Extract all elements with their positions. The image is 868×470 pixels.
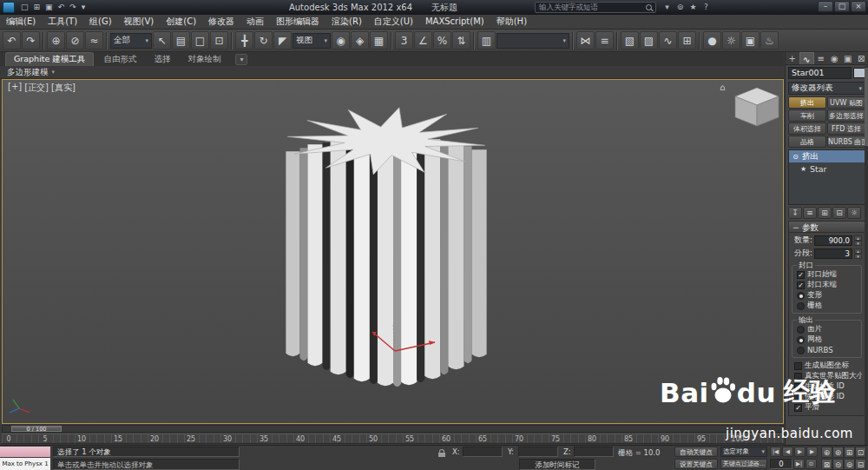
go-to-start-icon[interactable]: |◀ (770, 447, 781, 457)
rendered-frame-icon[interactable]: ▣ (741, 31, 760, 50)
pin-stack-icon[interactable]: ↧ (788, 207, 802, 219)
view-cube[interactable] (732, 85, 782, 130)
spin-down-icon[interactable]: ▾ (854, 254, 862, 259)
viewport[interactable]: [+] [正交] [真实] ⌂ (2, 79, 784, 424)
object-color-swatch[interactable] (853, 68, 865, 78)
key-filters-button[interactable]: 关键点过滤器... (720, 459, 767, 469)
modifier-button-nurbs-surf-select[interactable]: NURBS 曲面选择 (827, 136, 865, 148)
redo-icon[interactable]: ↷ (22, 31, 40, 50)
physx-toolbar-label[interactable]: Max to Physx 1 (0, 458, 50, 470)
spin-down-icon[interactable]: ▾ (854, 241, 862, 246)
redo-quick-icon[interactable]: ↷ (67, 1, 79, 14)
modifier-button-extrude[interactable]: 挤出 (788, 96, 826, 109)
undo-quick-icon[interactable]: ↶ (56, 1, 68, 14)
zoom-all-icon[interactable]: ⊛ (832, 447, 844, 458)
show-end-result-icon[interactable]: ≡ (803, 207, 817, 219)
maxscript-mini-listener[interactable] (0, 447, 50, 457)
hierarchy-tab[interactable]: ≡ (814, 52, 828, 64)
cap-end-checkbox[interactable]: ✓封口末端 (794, 280, 859, 290)
search-icon[interactable] (645, 3, 654, 12)
select-by-name-icon[interactable]: ▤ (172, 31, 190, 50)
viewport-menu-pov[interactable]: [正交] (24, 82, 49, 94)
orbit-icon[interactable]: ⊚ (844, 459, 855, 470)
modify-tab[interactable]: ∿ (799, 52, 815, 64)
set-key-button[interactable]: 设置关键点 (674, 459, 718, 469)
pan-icon[interactable]: ⊜ (832, 459, 844, 470)
menu-maxscript[interactable]: MAXScript(M) (419, 15, 490, 29)
infocenter-dropdown-icon[interactable]: ▾ (661, 2, 673, 13)
modifier-button-poly-select[interactable]: 多边形选择 (827, 109, 865, 122)
morph-radio[interactable]: 变形 (794, 290, 859, 301)
stack-item-extrude[interactable]: ⊙挤出 (789, 150, 865, 162)
project-folder-dropdown-icon[interactable]: ▾ (79, 1, 89, 14)
select-and-link-icon[interactable]: ⊕ (47, 31, 65, 50)
select-and-manipulate-icon[interactable]: ◈ (351, 31, 369, 50)
selection-filter-dropdown[interactable]: 全部▾ (110, 33, 152, 49)
render-setup-icon[interactable]: ☼ (722, 31, 740, 50)
current-frame-field[interactable]: 0 (770, 459, 792, 469)
menu-create[interactable]: 创建(C) (160, 15, 202, 29)
motion-tab[interactable]: ◉ (828, 52, 842, 64)
segments-field[interactable]: 3 (814, 248, 852, 259)
grid-radio[interactable]: 栅格 (794, 301, 859, 311)
transform-gizmo[interactable] (365, 321, 440, 358)
tab-freeform[interactable]: 自由形式 (95, 53, 144, 66)
infocenter-search[interactable]: 输入关键字或短语 (535, 2, 656, 13)
help-icon[interactable]: ? (700, 2, 712, 13)
mirror-icon[interactable]: ⋈ (576, 31, 595, 50)
previous-frame-icon[interactable]: ◀ (782, 447, 793, 457)
auto-key-button[interactable]: 自动关键点 (674, 447, 718, 457)
maximize-viewport-icon[interactable]: ⊟ (855, 459, 866, 470)
coord-z-field[interactable] (574, 447, 614, 457)
menu-graph-editors[interactable]: 图形编辑器 (270, 15, 326, 29)
select-and-scale-icon[interactable]: ◤ (273, 31, 292, 50)
menu-modifiers[interactable]: 修改器 (202, 15, 240, 29)
amount-field[interactable]: 900.0 (814, 235, 852, 246)
menu-edit[interactable]: 编辑(E) (0, 15, 42, 29)
display-tab[interactable]: ▣ (841, 52, 855, 64)
smooth-checkbox[interactable]: ✓平滑 (792, 402, 862, 413)
bind-to-space-warp-icon[interactable]: ≈ (85, 31, 103, 50)
tab-graphite-modeling[interactable]: Graphite 建模工具 (5, 52, 94, 66)
new-scene-icon[interactable]: □ (18, 1, 31, 14)
reference-coordinate-dropdown[interactable]: 视图▾ (293, 33, 331, 49)
spinner-snap-icon[interactable]: ⇅ (452, 31, 470, 50)
modifier-button-vol-select[interactable]: 体积选择 (788, 122, 826, 135)
go-to-end-icon[interactable]: ▶| (793, 459, 805, 469)
tab-object-paint[interactable]: 对象绘制 (180, 53, 228, 66)
menu-rendering[interactable]: 渲染(R) (326, 15, 368, 29)
material-editor-icon[interactable]: ● (703, 31, 721, 50)
selection-set-dropdown[interactable]: 选定对象 ▾ (720, 447, 767, 457)
application-button[interactable] (3, 2, 15, 13)
close-button[interactable]: × (851, 1, 866, 12)
ribbon-toggle-icon[interactable]: ▨ (640, 31, 658, 50)
unlink-selection-icon[interactable]: ⊘ (66, 31, 84, 50)
menu-views[interactable]: 视图(V) (118, 15, 161, 29)
generate-mapping-coords-checkbox[interactable]: 生成贴图坐标 (792, 361, 862, 371)
render-production-icon[interactable]: ♨ (760, 31, 779, 50)
time-slider[interactable]: 0 / 100 (2, 425, 784, 433)
next-frame-icon[interactable]: ▶ (806, 447, 818, 457)
add-time-tag[interactable]: 添加时间标记 (519, 459, 595, 470)
tab-selection[interactable]: 选择 (146, 53, 178, 66)
transform-lock-icon[interactable] (438, 449, 447, 458)
viewport-menu-shading[interactable]: [真实] (51, 82, 76, 94)
maximize-button[interactable]: □ (834, 1, 850, 12)
modifier-list-dropdown[interactable]: 修改器列表 ▾ (788, 82, 865, 95)
select-object-icon[interactable]: ↖ (153, 31, 171, 50)
menu-group[interactable]: 组(G) (83, 15, 118, 29)
angle-snap-icon[interactable]: ∠ (414, 31, 432, 50)
configure-modifier-sets-icon[interactable]: ☼ (847, 207, 861, 219)
curve-editor-icon[interactable]: ∿ (659, 31, 677, 50)
time-slider-grip[interactable]: 0 / 100 (11, 426, 62, 432)
edit-named-selections-icon[interactable]: ▥ (477, 31, 496, 50)
percent-snap-icon[interactable]: % (433, 31, 451, 50)
modifier-button-lathe[interactable]: 车削 (788, 109, 826, 122)
favorites-icon[interactable]: ★ (687, 2, 699, 13)
amount-spinner[interactable]: ▴ ▾ (854, 235, 862, 246)
mesh-radio[interactable]: 网格 (794, 334, 859, 345)
command-panel-scrollbar[interactable] (865, 66, 868, 445)
modifier-button-ffd-select[interactable]: FFD 选择 (827, 122, 865, 135)
save-file-icon[interactable]: ▣ (43, 1, 56, 14)
remove-modifier-icon[interactable]: ⊟ (832, 207, 846, 219)
